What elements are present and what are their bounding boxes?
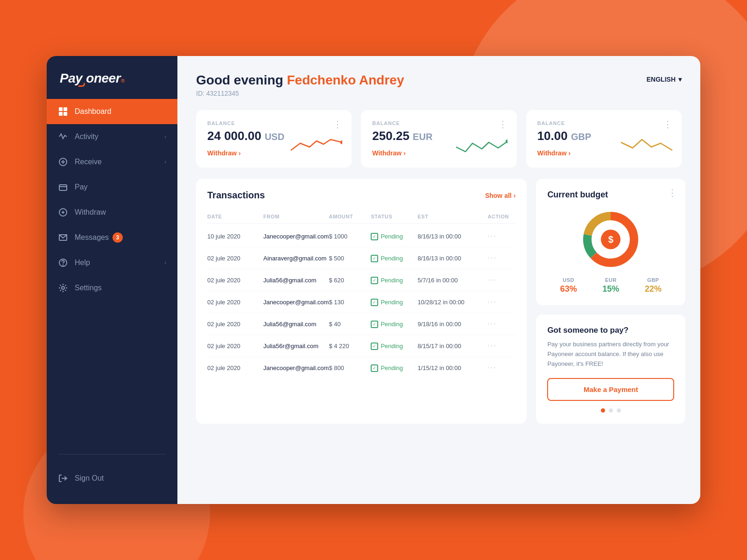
table-row: 02 jule 2020 Julia56@gmail.com $ 40 ✓ Pe… — [207, 313, 515, 335]
withdraw-link-eur[interactable]: Withdraw › — [372, 149, 406, 157]
language-selector[interactable]: ENGLISH ▾ — [647, 76, 682, 83]
row-action-menu[interactable]: ··· — [487, 364, 515, 372]
cell-date: 02 jule 2020 — [207, 364, 263, 371]
budget-legend: USD 63% EUR 15% GBP 22% — [547, 277, 674, 294]
pay-icon — [58, 182, 68, 192]
cell-from: Janecooper@gmail.com — [263, 233, 329, 240]
sidebar-item-label: Help — [75, 259, 90, 267]
sign-out-button[interactable]: Sign Out — [58, 469, 166, 487]
sparkline-usd — [291, 134, 342, 159]
logo: Pa y oneer® — [47, 56, 177, 95]
cell-amount: $ 40 — [329, 321, 371, 328]
sidebar-item-label: Dashboard — [75, 107, 111, 116]
arrow-icon: › — [514, 192, 516, 199]
messages-badge: 3 — [113, 232, 123, 243]
transactions-card: Transactions Show all › DATE FROM AMOUNT… — [196, 179, 527, 424]
cell-amount: $ 800 — [329, 364, 371, 371]
sidebar-item-label: Activity — [75, 133, 99, 141]
payment-promo-card: Got someone to pay? Pay your business pa… — [536, 315, 685, 424]
budget-card: Current budget ⋮ — [536, 179, 685, 305]
card-menu-gbp[interactable]: ⋮ — [663, 119, 673, 130]
cell-from: Julia56r@gmail.com — [263, 343, 329, 350]
activity-icon — [58, 132, 68, 142]
withdraw-link-usd[interactable]: Withdraw › — [207, 149, 241, 157]
legend-usd: USD 63% — [560, 277, 577, 294]
budget-menu[interactable]: ⋮ — [668, 187, 677, 198]
sidebar-item-activity[interactable]: Activity › — [47, 124, 177, 149]
sidebar-item-dashboard[interactable]: Dashboard — [47, 99, 177, 124]
cell-status: ✓ Pending — [371, 276, 417, 284]
arrow-icon: › — [403, 149, 406, 157]
legend-eur: EUR 15% — [602, 277, 619, 294]
card-carousel-dots — [547, 408, 674, 413]
cell-date: 10 jule 2020 — [207, 233, 263, 240]
donut-center: $ — [594, 223, 627, 256]
sidebar: Pa y oneer® Dashboard — [47, 56, 177, 504]
brand-name: Pa y oneer® — [60, 71, 125, 86]
right-panel: Current budget ⋮ — [536, 179, 685, 424]
carousel-dot-1[interactable] — [601, 408, 605, 413]
col-action: ACTION — [487, 214, 515, 219]
sidebar-item-help[interactable]: Help › — [47, 250, 177, 275]
table-row: 02 jule 2020 Julia56@gmail.com $ 620 ✓ P… — [207, 269, 515, 291]
row-action-menu[interactable]: ··· — [487, 232, 515, 240]
cell-est: 1/15/12 in 00:00 — [417, 364, 487, 371]
col-amount: AMOUNT — [329, 214, 371, 219]
check-icon: ✓ — [371, 343, 378, 350]
cell-from: Ainaraverg@gmail.com — [263, 255, 329, 262]
status-badge: ✓ Pending — [371, 364, 403, 372]
cell-amount: $ 620 — [329, 277, 371, 284]
check-icon: ✓ — [371, 299, 378, 306]
check-icon: ✓ — [371, 233, 378, 240]
col-date: DATE — [207, 214, 263, 219]
check-icon: ✓ — [371, 321, 378, 328]
card-menu-eur[interactable]: ⋮ — [498, 119, 508, 130]
status-badge: ✓ Pending — [371, 233, 403, 240]
row-action-menu[interactable]: ··· — [487, 342, 515, 350]
check-icon: ✓ — [371, 277, 378, 284]
user-id: ID: 432112345 — [196, 90, 404, 97]
cell-from: Julia56@gmail.com — [263, 277, 329, 284]
table-row: 02 jule 2020 Julia56r@gmail.com $ 4 220 … — [207, 335, 515, 357]
make-payment-button[interactable]: Make a Payment — [547, 378, 674, 401]
sidebar-item-settings[interactable]: Settings — [47, 275, 177, 301]
row-action-menu[interactable]: ··· — [487, 276, 515, 284]
budget-title: Current budget — [547, 190, 674, 200]
cell-est: 8/16/13 in 00:00 — [417, 233, 487, 240]
receive-icon — [58, 157, 68, 167]
sign-out-icon — [58, 473, 68, 483]
sidebar-bottom: Sign Out — [47, 460, 177, 504]
show-all-link[interactable]: Show all › — [485, 192, 515, 199]
cell-est: 8/15/17 in 00:00 — [417, 343, 487, 350]
legend-gbp: GBP 22% — [645, 277, 662, 294]
svg-rect-0 — [59, 107, 63, 111]
cell-date: 02 jule 2020 — [207, 321, 263, 328]
payment-promo-description: Pay your business partners directly from… — [547, 340, 674, 369]
messages-icon — [58, 232, 68, 243]
chevron-right-icon: › — [164, 133, 166, 140]
row-action-menu[interactable]: ··· — [487, 254, 515, 262]
row-action-menu[interactable]: ··· — [487, 320, 515, 328]
withdraw-link-gbp[interactable]: Withdraw › — [537, 149, 571, 157]
main-content: Good evening Fedchenko Andrey ID: 432112… — [177, 56, 700, 504]
sidebar-item-pay[interactable]: Pay — [47, 175, 177, 200]
carousel-dot-3[interactable] — [617, 408, 621, 413]
status-badge: ✓ Pending — [371, 321, 403, 328]
balance-card-usd: BALANCE 24 000.00 USD Withdraw › ⋮ — [196, 110, 352, 168]
chevron-down-icon: ▾ — [678, 76, 682, 83]
cell-from: Julia56@gmail.com — [263, 321, 329, 328]
sidebar-item-messages[interactable]: Messages 3 — [47, 225, 177, 250]
carousel-dot-2[interactable] — [609, 408, 613, 413]
balance-card-gbp: BALANCE 10.00 GBP Withdraw › ⋮ — [526, 110, 682, 168]
greeting-title: Good evening Fedchenko Andrey — [196, 73, 404, 88]
sidebar-item-withdraw[interactable]: Withdraw — [47, 200, 177, 225]
check-icon: ✓ — [371, 364, 378, 372]
greeting-section: Good evening Fedchenko Andrey ID: 432112… — [196, 73, 404, 97]
transactions-title: Transactions — [207, 190, 265, 201]
row-action-menu[interactable]: ··· — [487, 298, 515, 306]
sidebar-item-receive[interactable]: Receive › — [47, 149, 177, 175]
card-menu-usd[interactable]: ⋮ — [333, 119, 343, 130]
svg-point-14 — [340, 140, 342, 144]
cell-status: ✓ Pending — [371, 342, 417, 350]
sidebar-item-label: Settings — [75, 284, 102, 292]
